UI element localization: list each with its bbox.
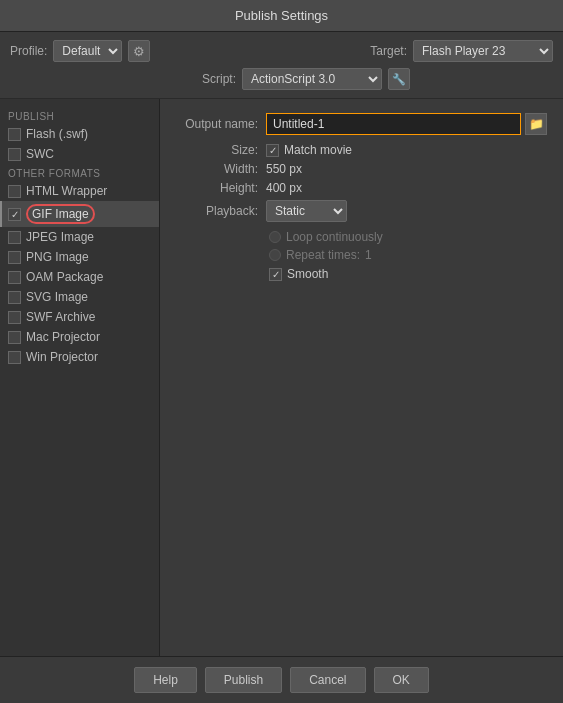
checkbox-png-image[interactable] xyxy=(8,251,21,264)
script-label: Script: xyxy=(202,72,236,86)
sidebar-item-mac-projector[interactable]: Mac Projector xyxy=(0,327,159,347)
playback-row: Playback: Static Animated xyxy=(176,200,547,222)
script-row: Script: ActionScript 3.0 🔧 xyxy=(10,68,553,90)
output-name-label: Output name: xyxy=(176,117,266,131)
folder-icon: 📁 xyxy=(529,117,544,131)
repeat-radio[interactable] xyxy=(269,249,281,261)
width-row: Width: 550 px xyxy=(176,162,547,176)
sidebar-item-png-image[interactable]: PNG Image xyxy=(0,247,159,267)
checkbox-swf-archive[interactable] xyxy=(8,311,21,324)
title-bar: Publish Settings xyxy=(0,0,563,32)
loop-radio[interactable] xyxy=(269,231,281,243)
sidebar-item-jpeg-image[interactable]: JPEG Image xyxy=(0,227,159,247)
sidebar-item-oam-package-label: OAM Package xyxy=(26,270,103,284)
cancel-button[interactable]: Cancel xyxy=(290,667,365,693)
sidebar: PUBLISH Flash (.swf) SWC OTHER FORMATS H… xyxy=(0,99,160,656)
width-label: Width: xyxy=(176,162,266,176)
checkbox-html-wrapper[interactable] xyxy=(8,185,21,198)
smooth-row: ✓ Smooth xyxy=(269,267,547,281)
sidebar-item-mac-projector-label: Mac Projector xyxy=(26,330,100,344)
sidebar-item-flash-swf-label: Flash (.swf) xyxy=(26,127,88,141)
checkbox-mac-projector[interactable] xyxy=(8,331,21,344)
smooth-checkbox[interactable]: ✓ xyxy=(269,268,282,281)
wrench-button[interactable]: 🔧 xyxy=(388,68,410,90)
sidebar-item-win-projector[interactable]: Win Projector xyxy=(0,347,159,367)
window-title: Publish Settings xyxy=(235,8,328,23)
height-value: 400 px xyxy=(266,181,302,195)
width-value: 550 px xyxy=(266,162,302,176)
match-movie-checkbox[interactable]: ✓ xyxy=(266,144,279,157)
target-select[interactable]: Flash Player 23 xyxy=(413,40,553,62)
checkbox-flash-swf[interactable] xyxy=(8,128,21,141)
other-formats-label: OTHER FORMATS xyxy=(0,164,159,181)
repeat-label: Repeat times: xyxy=(286,248,360,262)
sidebar-item-swf-archive-label: SWF Archive xyxy=(26,310,95,324)
repeat-row: Repeat times: 1 xyxy=(269,248,547,262)
publish-button[interactable]: Publish xyxy=(205,667,282,693)
output-name-input[interactable] xyxy=(266,113,521,135)
main-area: PUBLISH Flash (.swf) SWC OTHER FORMATS H… xyxy=(0,99,563,656)
checkbox-win-projector[interactable] xyxy=(8,351,21,364)
publish-section-label: PUBLISH xyxy=(0,107,159,124)
gear-button[interactable]: ⚙ xyxy=(128,40,150,62)
sidebar-item-flash-swf[interactable]: Flash (.swf) xyxy=(0,124,159,144)
sidebar-item-jpeg-image-label: JPEG Image xyxy=(26,230,94,244)
ok-button[interactable]: OK xyxy=(374,667,429,693)
sidebar-item-html-wrapper[interactable]: HTML Wrapper xyxy=(0,181,159,201)
sidebar-item-oam-package[interactable]: OAM Package xyxy=(0,267,159,287)
loop-label: Loop continuously xyxy=(286,230,383,244)
sidebar-item-swc[interactable]: SWC xyxy=(0,144,159,164)
checkbox-jpeg-image[interactable] xyxy=(8,231,21,244)
help-button[interactable]: Help xyxy=(134,667,197,693)
gear-icon: ⚙ xyxy=(133,44,145,59)
sidebar-item-gif-image-label: GIF Image xyxy=(26,204,95,224)
checkbox-svg-image[interactable] xyxy=(8,291,21,304)
height-row: Height: 400 px xyxy=(176,181,547,195)
sidebar-item-swf-archive[interactable]: SWF Archive xyxy=(0,307,159,327)
browse-button[interactable]: 📁 xyxy=(525,113,547,135)
loop-row: Loop continuously xyxy=(269,230,547,244)
checkbox-swc[interactable] xyxy=(8,148,21,161)
size-row: Size: ✓ Match movie xyxy=(176,143,547,157)
size-label: Size: xyxy=(176,143,266,157)
playback-select[interactable]: Static Animated xyxy=(266,200,347,222)
sidebar-item-svg-image[interactable]: SVG Image xyxy=(0,287,159,307)
repeat-value: 1 xyxy=(365,248,372,262)
content-area: Output name: 📁 Size: ✓ Match movie Width… xyxy=(160,99,563,656)
sidebar-item-html-wrapper-label: HTML Wrapper xyxy=(26,184,107,198)
target-label: Target: xyxy=(370,44,407,58)
playback-label: Playback: xyxy=(176,204,266,218)
profile-row: Profile: Default ⚙ Target: Flash Player … xyxy=(10,40,553,62)
size-value: ✓ Match movie xyxy=(266,143,352,157)
match-movie-label: Match movie xyxy=(284,143,352,157)
sidebar-item-png-image-label: PNG Image xyxy=(26,250,89,264)
output-name-row: Output name: 📁 xyxy=(176,113,547,135)
radio-group: Loop continuously Repeat times: 1 xyxy=(269,230,547,262)
sidebar-item-swc-label: SWC xyxy=(26,147,54,161)
height-label: Height: xyxy=(176,181,266,195)
profile-label: Profile: xyxy=(10,44,47,58)
script-select[interactable]: ActionScript 3.0 xyxy=(242,68,382,90)
smooth-label: Smooth xyxy=(287,267,328,281)
sidebar-item-win-projector-label: Win Projector xyxy=(26,350,98,364)
bottom-bar: Help Publish Cancel OK xyxy=(0,656,563,703)
checkbox-oam-package[interactable] xyxy=(8,271,21,284)
sidebar-item-gif-image[interactable]: ✓ GIF Image xyxy=(0,201,159,227)
checkbox-gif-image[interactable]: ✓ xyxy=(8,208,21,221)
sidebar-item-svg-image-label: SVG Image xyxy=(26,290,88,304)
profile-select[interactable]: Default xyxy=(53,40,122,62)
top-bar: Profile: Default ⚙ Target: Flash Player … xyxy=(0,32,563,99)
